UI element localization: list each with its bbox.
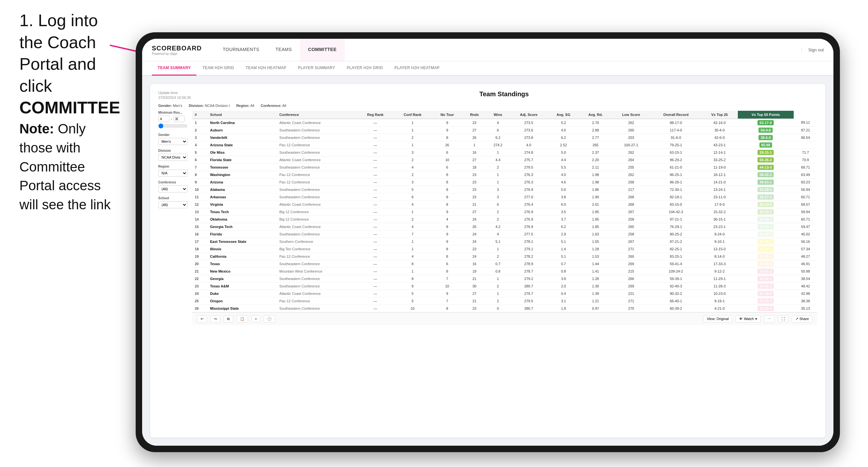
cell-rank: 22	[192, 275, 207, 282]
cell-value: 280.7	[510, 305, 548, 312]
cell-value: 1.30	[579, 282, 612, 290]
cell-value: 1	[394, 126, 432, 134]
cell-value: 5	[394, 290, 432, 297]
sign-out-button[interactable]: Sign out	[802, 48, 824, 52]
conference-filter-section-label: Conference	[158, 181, 187, 184]
more-button[interactable]: ⋯	[764, 315, 775, 323]
logo-text: SCOREBOARD	[152, 44, 202, 52]
view-original-button[interactable]: View: Original	[703, 315, 732, 322]
table-row[interactable]: 21New MexicoMountain West Conference—181…	[192, 268, 817, 275]
table-row[interactable]: 12VirginiaAtlantic Coast Conference—4821…	[192, 200, 817, 208]
cell-school: Arkansas	[207, 193, 277, 200]
table-row[interactable]: 16FloridaSoutheastern Conference—7924427…	[192, 230, 817, 238]
cell-value: 36-17-1	[738, 193, 794, 200]
table-row[interactable]: 9ArizonaPac-12 Conference—38231276.34.61…	[192, 178, 817, 186]
cell-value: 1	[394, 245, 432, 253]
col-reg-rank: Reg Rank	[357, 111, 394, 119]
table-row[interactable]: 19CaliforniaPac-12 Conference—48242278.2…	[192, 253, 817, 260]
cell-school: Georgia	[207, 275, 277, 282]
min-rounds-label: Minimum Rou...	[158, 111, 187, 114]
fullscreen-button[interactable]: ⛶	[778, 315, 788, 322]
table-row[interactable]: 8WashingtonPac-12 Conference—28231276.34…	[192, 171, 817, 178]
cell-value: 2	[486, 297, 510, 305]
cell-value: —	[357, 245, 394, 253]
sub-nav-player-h2h-grid[interactable]: PLAYER H2H GRID	[341, 61, 389, 75]
sub-nav-player-h2h-heatmap[interactable]: PLAYER H2H HEATMAP	[389, 61, 445, 75]
cell-value: 17-33-3	[701, 260, 738, 268]
table-row[interactable]: 6Florida StateAtlantic Coast Conference—…	[192, 156, 817, 163]
cell-value: 1	[463, 141, 486, 149]
cell-value: 1	[486, 245, 510, 253]
min-rounds-slider[interactable]	[158, 123, 187, 128]
cell-value: —	[357, 163, 394, 171]
undo-button[interactable]: ↩	[197, 315, 207, 323]
conference-filter-label: Conference: All	[261, 104, 286, 107]
cell-value: 0.4	[548, 290, 580, 297]
table-row[interactable]: 7TennesseeSoutheastern Conference—461822…	[192, 163, 817, 171]
cell-value: 30-15-1	[701, 215, 738, 223]
region-select[interactable]: N/A All	[158, 169, 187, 177]
table-row[interactable]: 17East Tennessee StateSouthern Conferenc…	[192, 238, 817, 245]
min-rounds-min-input[interactable]	[158, 116, 169, 122]
division-select[interactable]: NCAA Division I NCAA Division II NCAA Di…	[158, 154, 187, 161]
committee-bold: COMMITTEE	[20, 98, 120, 117]
add-button[interactable]: +	[251, 315, 260, 322]
cell-value: 8	[432, 200, 463, 208]
table-row[interactable]: 18IllinoisBig Ten Conference—18231279.11…	[192, 245, 817, 253]
cell-value: 8	[394, 275, 432, 282]
cell-value: 1	[394, 208, 432, 215]
table-row[interactable]: 13Texas TechBig 12 Conference—19272276.9…	[192, 208, 817, 215]
table-row[interactable]: 4Arizona StatePac-12 Conference—1261274.…	[192, 141, 817, 149]
table-row[interactable]: 25OregonPac-12 Conference—57212279.53.11…	[192, 297, 817, 305]
min-rounds-max-input[interactable]	[174, 116, 185, 122]
copy-button[interactable]: ⧉	[223, 315, 233, 323]
watch-label: Watch	[744, 317, 754, 321]
sub-nav-team-summary[interactable]: TEAM SUMMARY	[152, 61, 196, 75]
cell-value: 16	[463, 260, 486, 268]
cell-conference: Pac-12 Conference	[277, 297, 357, 305]
cell-value: 8	[432, 178, 463, 186]
cell-value: 1.21	[579, 297, 612, 305]
col-conf-rank: Conf Rank	[394, 111, 432, 119]
school-select[interactable]: (All)	[158, 201, 187, 208]
watch-button[interactable]: 👁 Watch ▾	[736, 315, 761, 323]
cell-value: 262	[612, 171, 651, 178]
table-row[interactable]: 1North CarolinaAtlantic Coast Conference…	[192, 119, 817, 127]
cell-conference: Southeastern Conference	[277, 193, 357, 200]
cell-conference: Atlantic Coast Conference	[277, 223, 357, 230]
sub-nav-team-h2h-heatmap[interactable]: TEAM H2H HEATMAP	[240, 61, 292, 75]
table-row[interactable]: 2AuburnSoutheastern Conference—19276273.…	[192, 126, 817, 134]
table-row[interactable]: 5Ole MissSoutheastern Conference—3616127…	[192, 149, 817, 156]
paste-button[interactable]: 📋	[237, 315, 248, 323]
nav-tournaments[interactable]: TOURNAMENTS	[215, 39, 267, 61]
cell-school: Washington	[207, 171, 277, 178]
table-row[interactable]: 3VanderbiltSoutheastern Conference—28266…	[192, 134, 817, 141]
cell-value: 221	[612, 290, 651, 297]
share-button[interactable]: ↗ Share	[792, 315, 812, 323]
cell-value: —	[357, 215, 394, 223]
table-row[interactable]: 22GeorgiaSoutheastern Conference—8721127…	[192, 275, 817, 282]
redo-button[interactable]: ↪	[210, 315, 220, 323]
cell-value: 97-21-1	[651, 215, 702, 223]
table-row[interactable]: 10AlabamaSoutheastern Conference—5823327…	[192, 186, 817, 193]
table-row[interactable]: 15Georgia TechAtlantic Coast Conference—…	[192, 223, 817, 230]
table-row[interactable]: 11ArkansasSoutheastern Conference—682332…	[192, 193, 817, 200]
conference-select[interactable]: (All)	[158, 185, 187, 192]
cell-value: 9	[432, 238, 463, 245]
clock-button[interactable]: 🕐	[264, 315, 275, 323]
cell-school: Texas Tech	[207, 208, 277, 215]
table-row[interactable]: 24DukeAtlantic Coast Conference—59271279…	[192, 290, 817, 297]
gender-select[interactable]: Men's Women's	[158, 138, 187, 145]
nav-teams[interactable]: TEAMS	[268, 39, 300, 61]
cell-value: 23	[463, 193, 486, 200]
sub-nav-team-h2h-grid[interactable]: TEAM H2H GRID	[196, 61, 240, 75]
nav-committee[interactable]: COMMITTEE	[300, 39, 345, 61]
table-row[interactable]: 23Texas A&MSoutheastern Conference—91030…	[192, 282, 817, 290]
cell-value: 23-33-1	[738, 297, 794, 305]
table-row[interactable]: 20TexasSoutheastern Conference—86160.727…	[192, 260, 817, 268]
table-row[interactable]: 14OklahomaBig 12 Conference—24242276.93.…	[192, 215, 817, 223]
cell-value: 0.97	[579, 305, 612, 312]
table-row[interactable]: 26Mississippi StateSoutheastern Conferen…	[192, 305, 817, 312]
cell-value: 9-12-2	[701, 268, 738, 275]
sub-nav-player-summary[interactable]: PLAYER SUMMARY	[292, 61, 341, 75]
